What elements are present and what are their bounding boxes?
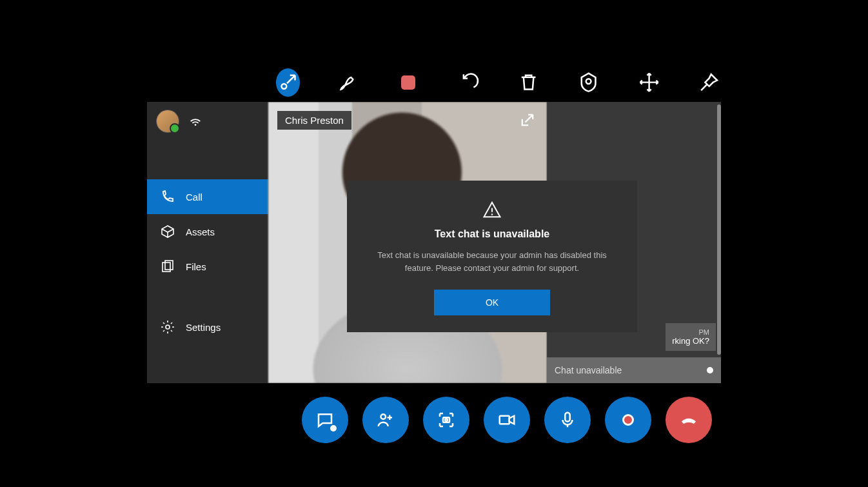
phone-icon	[160, 189, 175, 204]
detach-button[interactable]	[518, 111, 537, 129]
box-icon	[160, 224, 175, 239]
chat-scrollbar[interactable]	[717, 104, 721, 355]
record-button[interactable]	[605, 397, 651, 443]
chat-message-text: rking OK?	[672, 336, 709, 346]
ink-tool-button[interactable]	[336, 68, 360, 97]
sidebar-item-call[interactable]: Call	[147, 179, 268, 214]
sidebar-item-label: Call	[186, 192, 202, 203]
delete-tool-button[interactable]	[517, 68, 540, 97]
modal-title: Text chat is unavailable	[365, 228, 619, 240]
add-participant-button[interactable]	[362, 397, 409, 443]
record-icon	[622, 414, 634, 426]
chat-button[interactable]	[302, 397, 348, 443]
sidebar-item-label: Files	[186, 261, 206, 272]
arrow-tool-button[interactable]	[276, 68, 300, 97]
modal-body: Text chat is unavailable because your ad…	[365, 249, 619, 274]
avatar[interactable]	[156, 110, 179, 133]
svg-point-9	[445, 419, 448, 421]
annotation-toolbar	[147, 63, 721, 102]
svg-rect-11	[565, 413, 570, 422]
chat-message: PM rking OK?	[666, 323, 716, 351]
call-control-bar	[302, 397, 712, 443]
sidebar-item-label: Settings	[186, 322, 221, 333]
network-icon[interactable]	[188, 114, 202, 128]
svg-rect-3	[163, 263, 170, 272]
contact-name-label: Chris Preston	[277, 111, 351, 130]
sidebar-item-assets[interactable]: Assets	[147, 214, 268, 249]
svg-point-0	[282, 84, 287, 89]
svg-rect-4	[165, 261, 173, 270]
svg-point-1	[586, 79, 591, 84]
chat-unavailable-modal: Text chat is unavailable Text chat is un…	[347, 181, 637, 332]
files-icon	[160, 259, 175, 274]
undo-tool-button[interactable]	[457, 68, 480, 97]
chat-notification-dot	[330, 425, 337, 432]
chat-status-dot	[707, 367, 713, 373]
sidebar-item-label: Assets	[186, 226, 215, 237]
sidebar-item-files[interactable]: Files	[147, 249, 268, 284]
gear-icon	[160, 319, 175, 335]
mic-button[interactable]	[544, 397, 591, 443]
sidebar-nav: Call Assets Files Settings	[147, 179, 268, 344]
chat-input-placeholder: Chat unavailable	[555, 365, 622, 375]
chat-input-row: Chat unavailable	[547, 357, 721, 383]
video-button[interactable]	[484, 397, 530, 443]
capture-button[interactable]	[423, 397, 469, 443]
svg-rect-10	[500, 416, 509, 424]
warning-icon	[482, 200, 502, 219]
sidebar-item-settings[interactable]: Settings	[147, 310, 268, 344]
svg-point-5	[166, 325, 170, 329]
svg-point-7	[381, 414, 386, 419]
stop-icon	[401, 75, 415, 90]
move-tool-button[interactable]	[637, 68, 661, 97]
modal-ok-button[interactable]: OK	[434, 290, 550, 315]
stop-tool-button[interactable]	[397, 68, 420, 97]
pin-tool-button[interactable]	[697, 68, 721, 97]
hangup-button[interactable]	[666, 397, 712, 443]
svg-point-6	[491, 214, 493, 215]
sidebar: Call Assets Files Settings	[147, 102, 268, 383]
chat-message-time: PM	[672, 328, 709, 336]
sidebar-header	[147, 102, 268, 141]
svg-point-2	[195, 124, 197, 126]
target-tool-button[interactable]	[577, 68, 600, 97]
